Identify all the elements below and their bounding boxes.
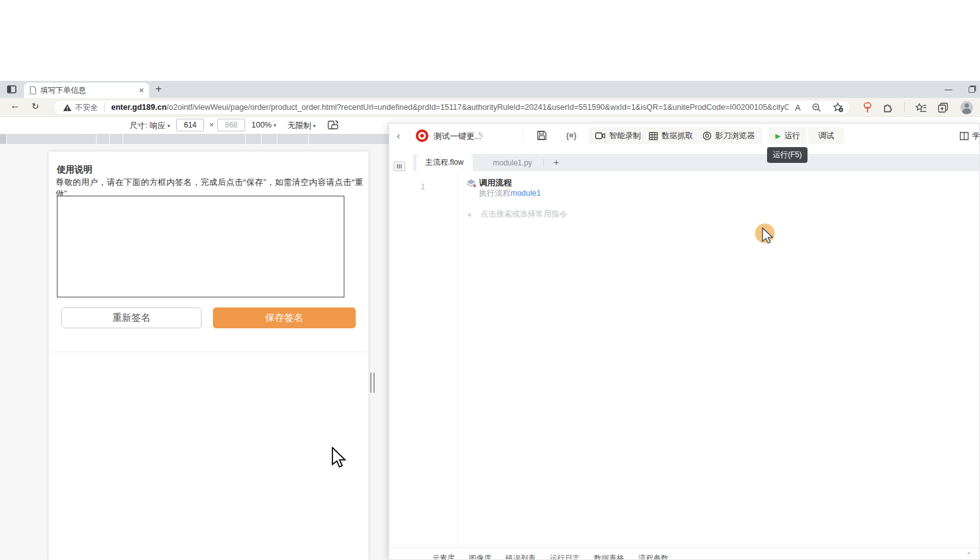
layout-columns-icon [960,132,969,140]
variables-icon[interactable]: {≡} [566,131,576,140]
divider [457,171,458,547]
viewport-height-input[interactable]: 868 [217,119,245,131]
url-text: enter.gd189.cn/o2ointf/viewWeui/page/ord… [111,103,789,112]
restore-button[interactable] [969,86,975,93]
security-warning[interactable]: 不安全 [63,102,98,113]
device-dimensions-select[interactable]: 尺寸: 响应▾ [130,121,170,131]
plus-icon: + [467,210,472,220]
throttling-select[interactable]: 无限制▾ [287,121,316,131]
pin-extension-icon[interactable] [863,102,872,113]
module-link[interactable]: module1 [511,189,541,198]
panel-expand-icon[interactable]: ⌃ [966,551,972,559]
tab-image-library[interactable]: 图像库 [469,553,492,559]
data-scrape-button[interactable]: 数据抓取 [642,128,700,144]
smart-record-button[interactable]: 智能录制 [588,128,648,144]
favorites-add-icon[interactable] [833,102,844,112]
rpa-toolbar: ‹ 测试一键更... ✎ {≡} 智能录制 数据抓取 影刀浏览器 ▶ [389,124,980,148]
tab-flow-params[interactable]: 流程参数 [638,553,668,559]
tab-main-flow[interactable]: 主流程.flow [416,154,473,171]
tab-error-list[interactable]: 错误列表 [505,553,536,559]
divider [904,102,905,112]
browser-tab-strip: 填写下单信息 × + — [0,81,980,98]
tab-module1[interactable]: module1.py [484,154,541,171]
screen: 填写下单信息 × + — ← ↻ 不安全 enter.gd189.cn/o2oi… [0,0,980,560]
learn-button[interactable]: 学习 [960,131,980,141]
dimensions-times-label: × [209,121,214,129]
toolbar-extensions [863,98,974,117]
extensions-puzzle-icon[interactable] [883,102,893,113]
table-icon [649,132,658,140]
collections-icon[interactable] [938,102,949,113]
mouse-cursor [331,447,346,468]
profile-avatar[interactable] [960,100,974,114]
browser-tab[interactable]: 填写下单信息 × [24,83,149,98]
rpa-bottom-bar: 元素库 图像库 错误列表 运行日志 数据表格 流程参数 ⌃ [389,547,980,559]
signature-canvas[interactable] [57,196,344,297]
tab-element-library[interactable]: 元素库 [432,553,455,559]
url-host: enter.gd189.cn [111,103,167,112]
devtools-resize-handle[interactable] [370,372,375,393]
signature-page: 使用说明 尊敬的用户，请在下面的方框内签名，完成后点击“保存”，如需清空内容请点… [49,152,368,560]
shadowbot-logo [416,129,428,142]
media-query-ruler[interactable] [0,134,390,144]
save-signature-button[interactable]: 保存签名 [213,307,356,328]
divider [523,129,524,142]
save-icon[interactable] [536,130,547,141]
shield-circle-icon [703,131,711,140]
add-command-hint: 点击搜索或选择常用指令 [480,209,567,220]
run-button[interactable]: ▶ 运行 [768,128,807,144]
play-icon: ▶ [775,132,780,140]
rpa-file-tabs: 主流程.flow module1.py + [413,154,979,171]
new-tab-button[interactable]: + [155,83,162,95]
divider [104,103,105,112]
zoom-out-icon[interactable] [812,103,821,112]
tab-data-table[interactable]: 数据表格 [594,553,624,559]
flow-node-description: 执行流程module1 [479,188,541,199]
address-bar-icons: A [795,102,844,112]
rpa-left-rail: › [389,154,413,559]
run-tooltip: 运行(F5) [767,147,808,163]
rpa-back-icon[interactable]: ‹ [397,130,400,141]
rename-icon[interactable]: ✎ [478,131,484,140]
tab-close-icon[interactable]: × [139,86,144,95]
flow-node-title[interactable]: 调用流程 [479,177,512,189]
page-heading: 使用说明 [57,164,92,176]
collapsed-panel-icon[interactable] [394,162,405,171]
line-number: 1 [421,182,425,191]
divider [543,158,544,167]
debug-button[interactable]: 调试 [808,128,844,144]
call-flow-icon [466,179,476,189]
rpa-flow-title: 测试一键更... [433,131,481,142]
page-icon [29,86,37,95]
resign-button[interactable]: 重新签名 [61,307,202,328]
add-tab-icon[interactable]: + [554,157,559,167]
rpa-mouse-cursor [761,227,773,244]
camera-icon [595,132,605,140]
tab-title: 填写下单信息 [40,85,135,96]
favorites-bar-icon[interactable] [916,103,927,112]
bottom-panel-tabs: 元素库 图像库 错误列表 运行日志 数据表格 流程参数 [432,553,668,559]
rotate-device-icon[interactable] [327,120,339,130]
refresh-icon[interactable]: ↻ [32,101,39,111]
address-bar[interactable]: 不安全 enter.gd189.cn/o2ointf/viewWeui/page… [53,100,850,115]
rpa-window: ‹ 测试一键更... ✎ {≡} 智能录制 数据抓取 影刀浏览器 ▶ [389,123,980,560]
tab-run-log[interactable]: 运行日志 [550,553,580,559]
url-path: /o2ointf/viewWeui/page/order/product_ord… [167,103,789,112]
add-command-row[interactable]: + 点击搜索或选择常用指令 [467,209,567,220]
divider [49,352,368,352]
security-label: 不安全 [75,102,98,113]
flow-editor: 1 调用流程 执行流程module1 + 点击搜索或选择常用指令 [413,171,979,547]
read-aloud-icon[interactable]: A [795,103,801,112]
back-icon[interactable]: ← [10,100,20,111]
zoom-select[interactable]: 100%▾ [251,121,276,129]
warning-icon [63,104,72,112]
shadow-browser-button[interactable]: 影刀浏览器 [696,128,762,144]
browser-toolbar: ← ↻ 不安全 enter.gd189.cn/o2ointf/viewWeui/… [0,98,980,117]
viewport-width-input[interactable]: 614 [176,119,204,131]
minimize-button[interactable]: — [945,85,952,94]
tab-search-icon[interactable] [6,84,19,95]
window-controls: — [945,81,975,98]
